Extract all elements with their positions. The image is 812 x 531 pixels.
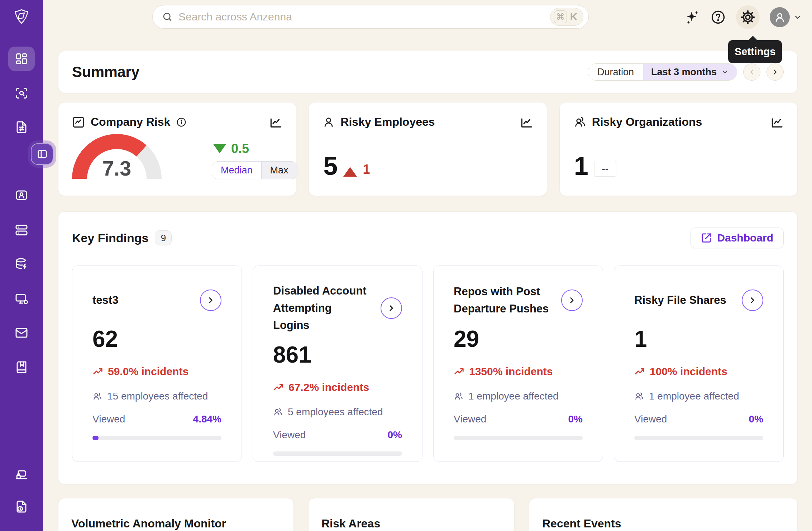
chevron-right-icon — [567, 296, 577, 305]
search-icon — [162, 11, 173, 22]
company-risk-value: 7.3 — [72, 156, 162, 180]
finding-value: 29 — [454, 327, 583, 350]
recent-events-card: Recent Events — [529, 498, 798, 531]
chart-square-icon — [72, 116, 85, 129]
sidebar-item-servers[interactable] — [15, 224, 28, 236]
view-trend-icon[interactable] — [770, 116, 784, 130]
chevron-right-icon — [771, 68, 779, 76]
search-input[interactable] — [178, 11, 550, 23]
open-finding-button[interactable] — [381, 297, 402, 319]
next-period-button[interactable] — [766, 63, 784, 81]
bottom-sections-row: Volumetric Anomaly Monitor Risk Areas Re… — [58, 498, 798, 531]
duration-label[interactable]: Duration — [588, 64, 643, 80]
sidebar-item-activity-history[interactable] — [15, 500, 28, 513]
open-finding-button[interactable] — [200, 290, 221, 311]
finding-employees: 1 employee affected — [634, 391, 763, 402]
view-trend-icon[interactable] — [520, 116, 533, 130]
sidebar-item-mail[interactable] — [15, 326, 28, 339]
chevron-down-icon[interactable] — [793, 13, 802, 21]
sidebar-item-knowledge-base[interactable] — [15, 361, 28, 374]
finding-incidents: 100% incidents — [634, 365, 763, 378]
finding-card-repos-post-departure[interactable]: Repos with Post Departure Pushes 29 1350… — [433, 266, 603, 462]
anzenna-logo-icon[interactable] — [13, 8, 30, 25]
trending-up-icon — [634, 366, 645, 377]
chevron-down-icon — [721, 68, 729, 76]
trend-up-icon — [343, 167, 357, 177]
risky-organizations-card: Risky Organizations 1 -- — [559, 102, 798, 196]
user-avatar[interactable] — [770, 7, 790, 27]
settings-gear-icon[interactable] — [736, 5, 760, 29]
file-clock-icon — [15, 500, 28, 513]
finding-title: Risky File Shares — [634, 292, 726, 309]
id-card-icon — [15, 189, 28, 202]
duration-value-dropdown[interactable]: Last 3 months — [643, 64, 737, 80]
finding-card-test3[interactable]: test3 62 59.0% incidents 15 employees af… — [72, 266, 242, 462]
trending-up-icon — [454, 366, 464, 377]
finding-title: test3 — [92, 292, 118, 309]
finding-employees: 1 employee affected — [454, 391, 583, 402]
sidebar-item-employees[interactable] — [15, 189, 28, 202]
scan-search-icon — [15, 87, 28, 100]
sidebar-item-dashboard[interactable] — [8, 47, 35, 71]
summary-controls: Duration Last 3 months — [588, 63, 784, 81]
finding-title: Repos with Post Departure Pushes — [454, 283, 552, 317]
users-icon — [634, 391, 644, 401]
help-icon[interactable] — [710, 9, 726, 25]
median-max-toggle: Median Max — [212, 161, 297, 179]
finding-viewed-row: Viewed 0% — [273, 429, 402, 441]
ai-sparkles-icon[interactable] — [684, 9, 700, 25]
finding-card-risky-file-shares[interactable]: Risky File Shares 1 100% incidents 1 emp… — [614, 266, 784, 462]
open-finding-button[interactable] — [742, 290, 763, 311]
global-search[interactable]: ⌘ K — [152, 5, 589, 29]
section-title: Recent Events — [542, 517, 784, 530]
users-icon — [573, 116, 586, 129]
search-shortcut-hint: ⌘ K — [550, 8, 583, 26]
file-arrows-icon — [15, 121, 28, 134]
key-findings-header: Key Findings 9 Dashboard — [72, 228, 784, 248]
sidebar-item-data-sources[interactable] — [15, 258, 28, 271]
trending-up-icon — [273, 382, 284, 393]
finding-viewed-row: Viewed 4.84% — [92, 413, 221, 425]
max-toggle-option[interactable]: Max — [261, 162, 297, 179]
findings-count-badge: 9 — [155, 230, 172, 245]
monitor-dot-icon — [15, 292, 28, 305]
key-findings-section: Key Findings 9 Dashboard test3 62 — [58, 211, 798, 484]
mail-icon — [15, 326, 28, 339]
risky-employees-card: Risky Employees 5 1 — [309, 102, 547, 196]
sidebar-item-devices[interactable] — [15, 292, 28, 305]
main-content: Summary Duration Last 3 months — [43, 34, 812, 531]
finding-incidents: 59.0% incidents — [92, 365, 221, 378]
card-title: Risky Organizations — [592, 115, 702, 129]
sidebar-item-scan-search[interactable] — [15, 87, 28, 100]
finding-incidents: 67.2% incidents — [273, 381, 402, 393]
info-icon[interactable] — [176, 117, 187, 128]
card-title: Company Risk — [91, 115, 170, 129]
panel-left-icon — [37, 149, 48, 159]
command-key-icon: ⌘ — [554, 10, 567, 23]
median-toggle-option[interactable]: Median — [212, 162, 261, 179]
finding-value: 861 — [273, 343, 402, 366]
sidebar-collapse-toggle[interactable] — [31, 143, 53, 165]
settings-tooltip: Settings — [728, 40, 782, 63]
view-trend-icon[interactable] — [269, 116, 282, 130]
open-finding-button[interactable] — [561, 290, 583, 311]
server-icon — [15, 224, 28, 236]
risky-employees-value: 5 — [323, 156, 338, 177]
database-zap-icon — [15, 258, 28, 271]
sidebar-item-secure-devices[interactable] — [15, 469, 28, 482]
finding-viewed-row: Viewed 0% — [634, 413, 763, 425]
viewed-progress-bar — [92, 436, 221, 440]
previous-period-button[interactable] — [743, 63, 760, 81]
risky-organizations-value: 1 — [574, 156, 588, 177]
users-icon — [454, 391, 464, 401]
sidebar-item-file-transfers[interactable] — [15, 121, 28, 134]
book-marked-icon — [15, 361, 28, 374]
dashboard-button[interactable]: Dashboard — [691, 228, 784, 248]
user-icon — [323, 116, 335, 128]
finding-viewed-row: Viewed 0% — [454, 413, 583, 425]
finding-title: Disabled Account Attempting Logins — [273, 282, 371, 334]
viewed-progress-bar — [273, 451, 402, 456]
finding-card-disabled-account[interactable]: Disabled Account Attempting Logins 861 6… — [253, 266, 422, 462]
summary-stats-row: Company Risk 7.3 0.5 — [58, 102, 798, 196]
risk-delta: 0.5 — [213, 141, 249, 156]
